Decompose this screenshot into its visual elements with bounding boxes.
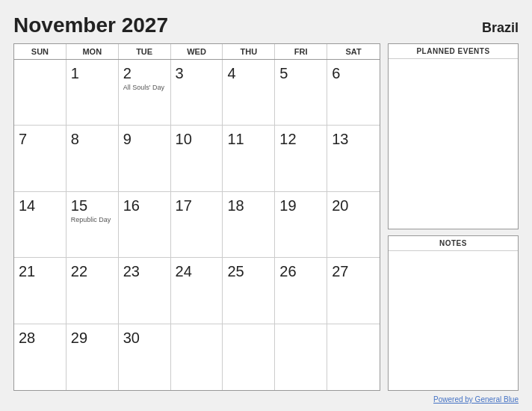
day-number: 10 bbox=[176, 130, 192, 148]
day-number: 14 bbox=[19, 197, 35, 214]
planned-events-header: PLANNED EVENTS bbox=[389, 44, 518, 59]
day-number: 16 bbox=[123, 197, 140, 214]
calendar-cell: 3 bbox=[171, 60, 223, 125]
day-number: 9 bbox=[123, 130, 132, 148]
day-number: 13 bbox=[332, 130, 348, 148]
calendar-header-row: SUNMONTUEWEDTHUFRISAT bbox=[14, 44, 380, 60]
day-number: 17 bbox=[176, 197, 192, 214]
calendar-cell bbox=[171, 324, 223, 390]
calendar-cell: 7 bbox=[14, 126, 66, 191]
calendar-cell: 18 bbox=[223, 192, 275, 257]
calendar-cell: 8 bbox=[66, 126, 119, 191]
notes-content[interactable] bbox=[389, 251, 518, 390]
calendar: SUNMONTUEWEDTHUFRISAT 12All Souls' Day34… bbox=[13, 43, 380, 391]
calendar-cell: 29 bbox=[66, 324, 119, 390]
day-number: 7 bbox=[19, 130, 27, 148]
day-number: 29 bbox=[71, 329, 87, 347]
calendar-cell: 13 bbox=[327, 126, 380, 191]
day-number: 11 bbox=[227, 130, 244, 148]
calendar-week-row: 12All Souls' Day3456 bbox=[14, 60, 380, 126]
calendar-cell: 19 bbox=[275, 192, 327, 257]
calendar-cell: 16 bbox=[119, 192, 171, 257]
day-number: 25 bbox=[227, 262, 244, 280]
month-title: November 2027 bbox=[13, 13, 168, 37]
day-number: 5 bbox=[279, 64, 288, 82]
calendar-week-row: 282930 bbox=[14, 324, 380, 390]
calendar-week-row: 78910111213 bbox=[14, 126, 380, 191]
day-number: 30 bbox=[123, 329, 140, 347]
notes-box: NOTES bbox=[388, 235, 519, 391]
sidebar: PLANNED EVENTS NOTES bbox=[388, 43, 519, 391]
calendar-cell: 11 bbox=[223, 126, 275, 191]
day-number: 18 bbox=[227, 197, 244, 214]
calendar-cell: 24 bbox=[171, 258, 223, 323]
day-number: 21 bbox=[19, 262, 35, 280]
notes-header: NOTES bbox=[389, 236, 518, 251]
calendar-cell: 17 bbox=[171, 192, 223, 257]
country-title: Brazil bbox=[482, 20, 519, 36]
planned-events-content[interactable] bbox=[389, 59, 518, 229]
day-of-week-header: THU bbox=[223, 44, 275, 59]
calendar-cell: 9 bbox=[119, 126, 171, 191]
calendar-cell: 23 bbox=[119, 258, 171, 323]
footer: Powered by General Blue bbox=[13, 395, 519, 404]
day-number: 6 bbox=[332, 64, 340, 82]
calendar-cell: 21 bbox=[14, 258, 66, 323]
day-of-week-header: TUE bbox=[119, 44, 171, 59]
calendar-cell: 22 bbox=[66, 258, 119, 323]
calendar-cell: 27 bbox=[327, 258, 380, 323]
day-number: 4 bbox=[227, 64, 235, 82]
powered-by-link[interactable]: Powered by General Blue bbox=[433, 395, 519, 404]
calendar-cell bbox=[327, 324, 380, 390]
calendar-cell: 25 bbox=[223, 258, 275, 323]
day-of-week-header: MON bbox=[66, 44, 119, 59]
day-number: 20 bbox=[332, 197, 348, 214]
main-area: SUNMONTUEWEDTHUFRISAT 12All Souls' Day34… bbox=[13, 43, 519, 391]
calendar-cell: 6 bbox=[327, 60, 380, 125]
calendar-cell: 10 bbox=[171, 126, 223, 191]
calendar-cell bbox=[275, 324, 327, 390]
day-of-week-header: SAT bbox=[327, 44, 380, 59]
day-number: 26 bbox=[279, 262, 296, 280]
calendar-cell bbox=[14, 60, 66, 125]
calendar-body: 12All Souls' Day3456789101112131415Repub… bbox=[14, 60, 380, 390]
calendar-cell: 15Republic Day bbox=[66, 192, 119, 257]
day-number: 24 bbox=[176, 262, 192, 280]
calendar-week-row: 21222324252627 bbox=[14, 258, 380, 324]
calendar-cell: 14 bbox=[14, 192, 66, 257]
day-of-week-header: WED bbox=[171, 44, 223, 59]
day-number: 1 bbox=[71, 64, 79, 82]
holiday-label: All Souls' Day bbox=[123, 84, 164, 92]
calendar-cell: 5 bbox=[275, 60, 327, 125]
calendar-cell: 26 bbox=[275, 258, 327, 323]
day-number: 27 bbox=[332, 262, 348, 280]
header: November 2027 Brazil bbox=[13, 13, 519, 37]
calendar-cell: 2All Souls' Day bbox=[119, 60, 171, 125]
day-number: 22 bbox=[71, 262, 87, 280]
calendar-cell: 20 bbox=[327, 192, 380, 257]
calendar-cell bbox=[223, 324, 275, 390]
day-number: 15 bbox=[71, 197, 87, 214]
calendar-cell: 30 bbox=[119, 324, 171, 390]
day-number: 12 bbox=[279, 130, 296, 148]
page: November 2027 Brazil SUNMONTUEWEDTHUFRIS… bbox=[0, 0, 532, 411]
day-number: 28 bbox=[19, 329, 35, 347]
day-number: 23 bbox=[123, 262, 140, 280]
day-number: 3 bbox=[176, 64, 184, 82]
day-number: 8 bbox=[71, 130, 79, 148]
calendar-cell: 12 bbox=[275, 126, 327, 191]
calendar-cell: 4 bbox=[223, 60, 275, 125]
holiday-label: Republic Day bbox=[71, 216, 111, 224]
calendar-cell: 28 bbox=[14, 324, 66, 390]
day-of-week-header: FRI bbox=[275, 44, 327, 59]
day-of-week-header: SUN bbox=[14, 44, 66, 59]
planned-events-box: PLANNED EVENTS bbox=[388, 43, 519, 229]
day-number: 19 bbox=[279, 197, 296, 214]
calendar-week-row: 1415Republic Day1617181920 bbox=[14, 192, 380, 258]
calendar-cell: 1 bbox=[66, 60, 119, 125]
day-number: 2 bbox=[123, 64, 132, 82]
